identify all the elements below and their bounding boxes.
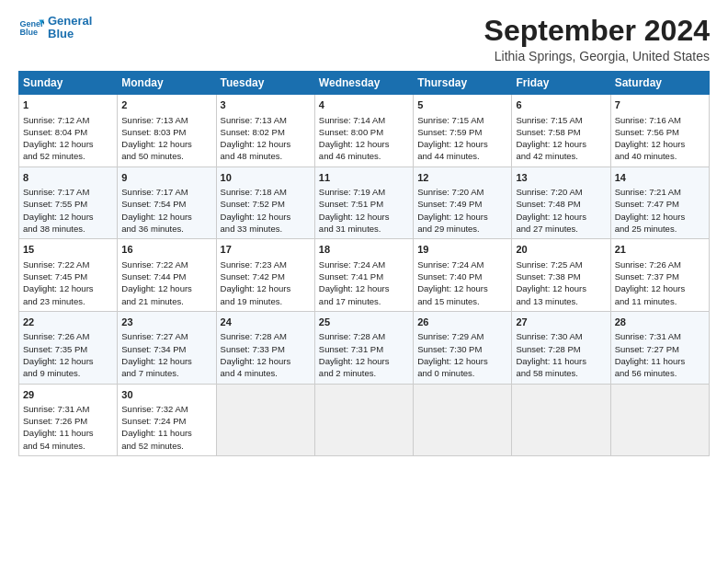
day-info-line: Sunset: 7:54 PM xyxy=(121,198,211,210)
calendar-cell: 27Sunrise: 7:30 AMSunset: 7:28 PMDayligh… xyxy=(512,311,610,384)
day-info-line: Daylight: 11 hours xyxy=(615,355,705,367)
week-row-3: 15Sunrise: 7:22 AMSunset: 7:45 PMDayligh… xyxy=(19,239,710,312)
day-info-line: Sunrise: 7:22 AM xyxy=(121,259,211,270)
day-info-line: Sunrise: 7:22 AM xyxy=(23,259,113,270)
day-info-line: and 56 minutes. xyxy=(615,367,705,379)
day-number: 19 xyxy=(417,243,507,257)
calendar-cell: 14Sunrise: 7:21 AMSunset: 7:47 PMDayligh… xyxy=(610,167,709,239)
day-info-line: Sunrise: 7:19 AM xyxy=(319,186,409,198)
day-info-line: Daylight: 12 hours xyxy=(615,138,705,150)
calendar-cell: 15Sunrise: 7:22 AMSunset: 7:45 PMDayligh… xyxy=(19,239,118,312)
calendar-header-row: SundayMondayTuesdayWednesdayThursdayFrid… xyxy=(19,72,710,95)
day-info-line: Daylight: 12 hours xyxy=(319,282,409,294)
day-number: 4 xyxy=(319,98,409,112)
day-info-line: Sunset: 8:03 PM xyxy=(121,126,211,138)
day-info-line: and 13 minutes. xyxy=(516,295,606,307)
calendar-cell: 22Sunrise: 7:26 AMSunset: 7:35 PMDayligh… xyxy=(19,311,118,384)
day-info-line: and 19 minutes. xyxy=(221,295,311,307)
day-info-line: Sunrise: 7:15 AM xyxy=(417,114,507,126)
day-info-line: Daylight: 12 hours xyxy=(417,282,507,294)
day-info-line: Daylight: 12 hours xyxy=(23,282,113,294)
day-info-line: Sunset: 8:02 PM xyxy=(221,126,311,138)
day-info-line: Sunrise: 7:20 AM xyxy=(417,186,507,198)
logo: General Blue General Blue xyxy=(18,15,92,41)
calendar-cell xyxy=(216,384,314,456)
day-number: 22 xyxy=(23,316,113,329)
day-info-line: Sunrise: 7:20 AM xyxy=(516,186,606,198)
calendar-cell: 2Sunrise: 7:13 AMSunset: 8:03 PMDaylight… xyxy=(118,95,216,167)
day-info-line: Sunset: 7:56 PM xyxy=(615,126,705,138)
calendar-cell: 29Sunrise: 7:31 AMSunset: 7:26 PMDayligh… xyxy=(19,384,118,456)
day-info-line: Sunrise: 7:17 AM xyxy=(23,186,113,198)
day-number: 13 xyxy=(516,171,606,185)
day-info-line: Sunset: 7:55 PM xyxy=(23,198,113,210)
day-info-line: and 7 minutes. xyxy=(121,367,211,379)
day-info-line: Daylight: 11 hours xyxy=(516,355,606,367)
svg-text:Blue: Blue xyxy=(19,29,38,38)
calendar-table: SundayMondayTuesdayWednesdayThursdayFrid… xyxy=(18,71,710,456)
day-info-line: Sunrise: 7:18 AM xyxy=(221,186,311,198)
day-info-line: Daylight: 12 hours xyxy=(221,211,311,223)
calendar-cell: 26Sunrise: 7:29 AMSunset: 7:30 PMDayligh… xyxy=(414,311,512,384)
day-info-line: Daylight: 12 hours xyxy=(221,355,311,367)
day-header-sunday: Sunday xyxy=(19,72,118,95)
day-info-line: Sunset: 7:45 PM xyxy=(23,270,113,282)
day-info-line: Daylight: 12 hours xyxy=(121,355,211,367)
day-info-line: and 38 minutes. xyxy=(23,223,113,235)
day-info-line: Sunrise: 7:12 AM xyxy=(23,114,113,126)
day-info-line: and 29 minutes. xyxy=(417,223,507,235)
day-info-line: Sunset: 7:40 PM xyxy=(417,270,507,282)
day-info-line: and 48 minutes. xyxy=(221,150,311,162)
calendar-cell: 3Sunrise: 7:13 AMSunset: 8:02 PMDaylight… xyxy=(216,95,314,167)
subtitle: Lithia Springs, Georgia, United States xyxy=(484,49,710,63)
day-header-tuesday: Tuesday xyxy=(216,72,314,95)
day-info-line: Sunrise: 7:25 AM xyxy=(516,259,606,270)
day-info-line: and 40 minutes. xyxy=(615,150,705,162)
day-info-line: Sunrise: 7:28 AM xyxy=(221,330,311,342)
calendar-cell xyxy=(314,384,413,456)
day-number: 2 xyxy=(121,98,211,112)
day-info-line: Sunset: 7:27 PM xyxy=(615,343,705,355)
day-info-line: Sunrise: 7:31 AM xyxy=(23,403,113,415)
day-number: 24 xyxy=(221,316,311,329)
main-title: September 2024 xyxy=(484,15,710,47)
day-number: 25 xyxy=(319,316,409,329)
day-info-line: Daylight: 12 hours xyxy=(319,138,409,150)
day-info-line: Daylight: 12 hours xyxy=(516,211,606,223)
day-number: 21 xyxy=(615,243,705,257)
day-info-line: and 52 minutes. xyxy=(121,440,211,452)
day-number: 12 xyxy=(417,171,507,185)
day-info-line: Sunset: 7:34 PM xyxy=(121,343,211,355)
calendar-cell: 28Sunrise: 7:31 AMSunset: 7:27 PMDayligh… xyxy=(610,311,709,384)
calendar-cell: 24Sunrise: 7:28 AMSunset: 7:33 PMDayligh… xyxy=(216,311,314,384)
day-info-line: Sunrise: 7:26 AM xyxy=(615,259,705,270)
day-info-line: Sunrise: 7:29 AM xyxy=(417,330,507,342)
calendar-cell xyxy=(610,384,709,456)
day-info-line: and 27 minutes. xyxy=(516,223,606,235)
day-info-line: Sunset: 7:52 PM xyxy=(221,198,311,210)
day-info-line: Sunrise: 7:23 AM xyxy=(221,259,311,270)
day-info-line: Sunrise: 7:17 AM xyxy=(121,186,211,198)
logo-line2: Blue xyxy=(48,28,92,40)
day-info-line: and 44 minutes. xyxy=(417,150,507,162)
calendar-cell: 1Sunrise: 7:12 AMSunset: 8:04 PMDaylight… xyxy=(19,95,118,167)
day-info-line: Daylight: 11 hours xyxy=(121,427,211,439)
day-info-line: and 23 minutes. xyxy=(23,295,113,307)
day-number: 15 xyxy=(23,243,113,257)
day-number: 6 xyxy=(516,98,606,112)
calendar-cell: 11Sunrise: 7:19 AMSunset: 7:51 PMDayligh… xyxy=(314,167,413,239)
day-info-line: and 25 minutes. xyxy=(615,223,705,235)
day-info-line: Daylight: 12 hours xyxy=(516,282,606,294)
week-row-1: 1Sunrise: 7:12 AMSunset: 8:04 PMDaylight… xyxy=(19,95,710,167)
day-number: 23 xyxy=(121,316,211,329)
calendar-cell: 25Sunrise: 7:28 AMSunset: 7:31 PMDayligh… xyxy=(314,311,413,384)
day-info-line: Daylight: 12 hours xyxy=(615,211,705,223)
day-header-monday: Monday xyxy=(118,72,216,95)
calendar-cell: 20Sunrise: 7:25 AMSunset: 7:38 PMDayligh… xyxy=(512,239,610,312)
day-info-line: Daylight: 11 hours xyxy=(23,427,113,439)
logo-line1: General xyxy=(48,15,92,28)
day-info-line: Daylight: 12 hours xyxy=(516,138,606,150)
day-info-line: Sunrise: 7:28 AM xyxy=(319,330,409,342)
calendar-cell: 23Sunrise: 7:27 AMSunset: 7:34 PMDayligh… xyxy=(118,311,216,384)
day-info-line: Daylight: 12 hours xyxy=(121,138,211,150)
